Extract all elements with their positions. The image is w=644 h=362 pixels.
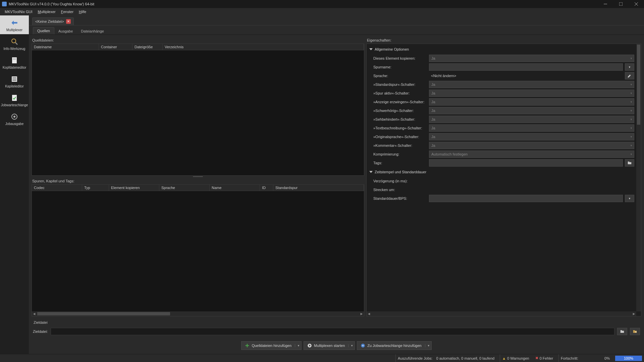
close-icon[interactable]: ✕: [66, 19, 71, 24]
spurname-dropdown-button[interactable]: ▼: [625, 63, 634, 71]
tab-quellen[interactable]: Quellen: [33, 27, 54, 35]
status-progress: Fortschritt: 0%: [558, 354, 612, 362]
sidebar-item-label: Multiplexer: [6, 28, 22, 32]
source-files-label: Quelldateien:: [32, 37, 364, 44]
col-sprache[interactable]: Sprache: [159, 185, 210, 191]
group-general-label: Allgemeine Optionen: [375, 47, 409, 51]
col-name[interactable]: Name: [210, 185, 260, 191]
document-tab[interactable]: <Keine Zieldatei> ✕: [32, 17, 74, 25]
svg-rect-12: [12, 80, 16, 81]
dur-dropdown-button[interactable]: ▼: [625, 195, 634, 202]
pencil-icon: [627, 73, 632, 78]
folder-icon: [627, 161, 632, 165]
col-verzeichnis[interactable]: Verzeichnis: [163, 44, 364, 50]
svg-point-4: [12, 39, 16, 43]
chevron-down-icon[interactable]: ▼: [425, 344, 430, 347]
tab-anhaenge[interactable]: Dateianhänge: [77, 28, 108, 35]
prop-kompr-select[interactable]: Automatisch festlegen▼: [429, 150, 634, 158]
sidebar-item-job-output[interactable]: Jobausgabe: [0, 109, 29, 128]
clipboard-check-icon: [10, 93, 19, 103]
app-icon: [2, 2, 7, 6]
browse-tags-button[interactable]: [625, 159, 634, 167]
source-files-table[interactable]: Dateiname Container Dateigröße Verzeichn…: [32, 44, 364, 176]
prop-copy-select[interactable]: Ja▼: [429, 55, 634, 62]
prop-sprache-value[interactable]: <Nicht ändern>: [429, 72, 623, 79]
col-id[interactable]: ID: [260, 185, 273, 191]
properties-vscroll[interactable]: [636, 44, 641, 311]
prop-dur-input[interactable]: [429, 195, 623, 202]
prop-sehbehindert-select[interactable]: Ja▼: [429, 116, 634, 123]
prop-kommentar-select[interactable]: Ja▼: [429, 142, 634, 149]
tab-ausgabe[interactable]: Ausgabe: [54, 28, 77, 35]
sidebar-item-multiplexer[interactable]: Multiplexer: [0, 15, 29, 34]
start-mux-button[interactable]: Multiplexen starten ▼: [304, 341, 355, 350]
add-source-label: Quelldateien hinzufügen: [252, 344, 291, 348]
plus-icon: [245, 343, 250, 348]
col-dateiname[interactable]: Dateiname: [32, 44, 99, 50]
edit-language-button[interactable]: [625, 72, 634, 79]
warning-icon: ▲: [502, 356, 506, 360]
menu-fenster[interactable]: Fenster: [58, 9, 76, 14]
prop-originalsprache-label: »Originalsprache«-Schalter:: [373, 135, 427, 139]
browse-dest-button[interactable]: [617, 328, 627, 335]
status-errors[interactable]: ✖ 0 Fehler: [535, 354, 555, 362]
col-kopieren[interactable]: Element kopieren: [109, 185, 159, 191]
scroll-right-icon[interactable]: ►: [632, 311, 636, 316]
scroll-right-icon[interactable]: ►: [359, 311, 364, 316]
maximize-button[interactable]: [613, 0, 629, 8]
chevron-down-icon[interactable]: ▼: [295, 344, 300, 347]
properties-panel: Allgemeine Optionen Dieses Element kopie…: [366, 44, 641, 316]
prop-stretch-input[interactable]: [429, 186, 634, 193]
prop-spurname-input[interactable]: [429, 63, 623, 71]
tracks-hscroll[interactable]: ◄ ►: [32, 311, 364, 316]
queue-icon: [361, 343, 365, 348]
dest-input[interactable]: [51, 328, 614, 335]
prop-textbeschr-select[interactable]: Ja▼: [429, 124, 634, 132]
col-container[interactable]: Container: [99, 44, 132, 50]
scroll-left-icon[interactable]: ◄: [367, 311, 371, 316]
menu-app[interactable]: MKVToolNix GUI: [2, 9, 35, 14]
col-dateigroesse[interactable]: Dateigröße: [132, 44, 163, 50]
scroll-left-icon[interactable]: ◄: [32, 311, 37, 316]
prop-stretch-label: Strecken um:: [373, 188, 427, 192]
prop-tags-input[interactable]: [429, 159, 623, 167]
group-timestamps-label: Zeitstempel und Standarddauer: [375, 170, 426, 174]
menu-multiplexer[interactable]: Multiplexer: [35, 9, 58, 14]
properties-hscroll[interactable]: ◄ ►: [367, 311, 636, 316]
group-timestamps[interactable]: Zeitstempel und Standarddauer: [369, 168, 634, 176]
close-button[interactable]: [629, 0, 644, 8]
prop-erzwingen-label: »Anzeige erzwingen«-Schalter:: [373, 100, 427, 104]
error-icon: ✖: [535, 356, 538, 360]
prop-spurname-label: Spurname:: [373, 65, 427, 69]
sidebar-item-info[interactable]: Info-Werkzeug: [0, 34, 29, 53]
prop-delay-input[interactable]: [429, 177, 634, 185]
prop-sehbehindert-label: »Sehbehindert«-Schalter:: [373, 117, 427, 121]
menu-hilfe[interactable]: Hilfe: [76, 9, 89, 14]
col-standardspur[interactable]: Standardspur: [273, 185, 364, 191]
svg-rect-8: [13, 59, 16, 60]
col-typ[interactable]: Typ: [82, 185, 109, 191]
status-warnings[interactable]: ▲ 0 Warnungen: [500, 354, 531, 362]
prop-schwerhoerig-select[interactable]: Ja▼: [429, 107, 634, 114]
svg-rect-11: [12, 79, 16, 79]
group-general[interactable]: Allgemeine Optionen: [369, 45, 634, 53]
svg-line-5: [15, 43, 17, 45]
prop-originalsprache-select[interactable]: Ja▼: [429, 133, 634, 140]
prop-standardspur-select[interactable]: Ja▼: [429, 81, 634, 88]
prop-erzwingen-select[interactable]: Ja▼: [429, 98, 634, 106]
tracks-table[interactable]: Codec Typ Element kopieren Sprache Name …: [32, 184, 364, 316]
sidebar-item-job-queue[interactable]: Jobwarteschlange: [0, 90, 29, 109]
add-source-button[interactable]: Quelldateien hinzufügen ▼: [241, 341, 302, 350]
add-queue-button[interactable]: Zu Jobwarteschlange hinzufügen ▼: [357, 341, 431, 350]
recent-dest-button[interactable]: [630, 328, 640, 335]
prop-aktiv-select[interactable]: Ja▼: [429, 89, 634, 97]
sidebar-item-chapter-editor[interactable]: Kapiteleditor: [0, 72, 29, 90]
sidebar-item-header-editor[interactable]: Kopfdateneditor: [0, 53, 29, 72]
dest-label: Zieldatei:: [33, 329, 48, 334]
expand-icon: [369, 48, 373, 50]
play-icon: [307, 343, 312, 348]
chevron-down-icon[interactable]: ▼: [348, 344, 353, 347]
prop-kompr-label: Komprimierung:: [373, 152, 427, 156]
minimize-button[interactable]: [598, 0, 613, 8]
col-codec[interactable]: Codec: [32, 185, 82, 191]
